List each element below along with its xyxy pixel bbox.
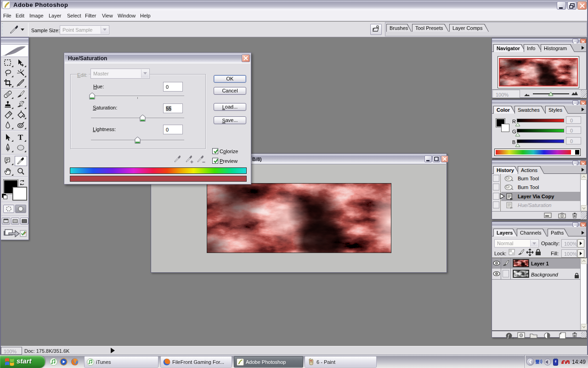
svg-text:T: T: [18, 133, 23, 142]
